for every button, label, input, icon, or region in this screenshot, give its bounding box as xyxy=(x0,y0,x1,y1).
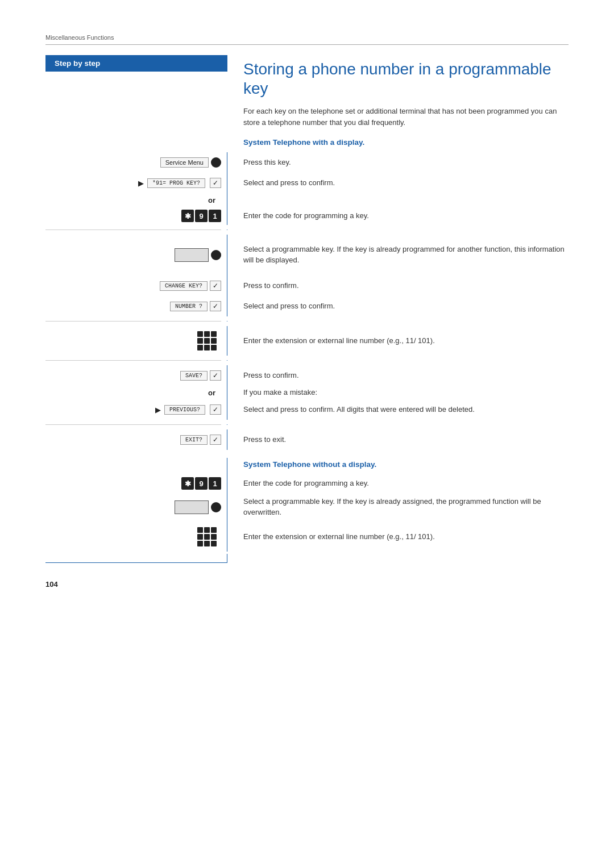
page-number: 104 xyxy=(45,580,569,589)
keypad-icon-1 xyxy=(197,331,217,350)
row-keypad-1: Enter the extension or external line num… xyxy=(45,326,569,356)
row-prog-key-left: ▶ *91= PROG KEY? ✓ xyxy=(45,173,227,193)
code-keys-instruction-1: Enter the code for programming a key. xyxy=(243,211,369,222)
key-star-1: ✱ xyxy=(181,210,194,222)
number-check: ✓ xyxy=(210,301,221,311)
row-keypad-1-right: Enter the extension or external line num… xyxy=(227,326,569,356)
row-code-keys-1-left: ✱ 9 1 xyxy=(45,207,227,225)
keypad-icon-2 xyxy=(197,527,217,546)
intro-text: For each key on the telephone set or add… xyxy=(243,106,569,128)
row-prog-key: ▶ *91= PROG KEY? ✓ Select and press to c… xyxy=(45,173,569,193)
row-number-left: NUMBER ? ✓ xyxy=(45,296,227,316)
row-code-keys-2-right: Enter the code for programming a key. xyxy=(227,474,569,493)
row-number: NUMBER ? ✓ Select and press to confirm. xyxy=(45,296,569,316)
service-menu-instruction: Press this key. xyxy=(243,157,291,168)
page-title: Storing a phone number in a programmable… xyxy=(243,60,569,98)
save-check: ✓ xyxy=(210,370,221,381)
change-key-check: ✓ xyxy=(210,281,221,291)
change-key-instruction: Press to confirm. xyxy=(243,281,299,291)
row-or-1-right xyxy=(227,193,569,207)
step-by-step-header: Step by step xyxy=(45,55,227,72)
prog-key-rect-circle xyxy=(211,250,221,260)
prog-key-instruction: Select and press to confirm. xyxy=(243,178,335,189)
row-keypad-2-left xyxy=(45,522,227,552)
or-instruction-2: If you make a mistake: xyxy=(243,387,317,398)
row-previous-left: ▶ PREVIOUS? ✓ xyxy=(45,399,227,420)
previous-arrow: ▶ xyxy=(155,406,161,414)
row-or-1-left: or xyxy=(45,193,227,207)
row-code-keys-2: ✱ 9 1 Enter the code for programming a k… xyxy=(45,474,569,493)
key-9-1: 9 xyxy=(195,210,208,222)
or-label-1: or xyxy=(208,196,221,205)
row-code-keys-1: ✱ 9 1 Enter the code for programming a k… xyxy=(45,207,569,225)
row-code-keys-1-right: Enter the code for programming a key. xyxy=(227,207,569,225)
prog-key-box: *91= PROG KEY? xyxy=(147,178,205,188)
row-keypad-2-right: Enter the extension or external line num… xyxy=(227,522,569,552)
page: Miscellaneous Functions Step by step Sto… xyxy=(0,0,614,868)
key-9-2: 9 xyxy=(195,477,208,490)
prog-key-check: ✓ xyxy=(210,178,221,188)
row-change-key: CHANGE KEY? ✓ Press to confirm. xyxy=(45,276,569,296)
save-instruction: Press to confirm. xyxy=(243,370,299,381)
row-or-2-right: If you make a mistake: xyxy=(227,386,569,399)
row-service-menu-left: Service Menu xyxy=(45,152,227,173)
row-prog-key-right: Select and press to confirm. xyxy=(227,173,569,193)
row-previous: ▶ PREVIOUS? ✓ Select and press to confir… xyxy=(45,399,569,420)
row-service-menu: Service Menu Press this key. xyxy=(45,152,569,173)
row-or-2-left: or xyxy=(45,386,227,399)
system-with-display-heading: System Telephone with a display. xyxy=(243,138,569,147)
keypad-instruction-2: Enter the extension or external line num… xyxy=(243,532,435,542)
service-menu-circle xyxy=(211,157,221,168)
row-change-key-left: CHANGE KEY? ✓ xyxy=(45,276,227,296)
row-prog-key-rect-2: Select a programmable key. If the key is… xyxy=(45,493,569,522)
key-star-2: ✱ xyxy=(181,477,194,490)
keypad-instruction-1: Enter the extension or external line num… xyxy=(243,336,435,347)
row-service-menu-right: Press this key. xyxy=(227,152,569,173)
row-previous-right: Select and press to confirm. All digits … xyxy=(227,399,569,420)
row-save-left: SAVE? ✓ xyxy=(45,365,227,386)
number-box: NUMBER ? xyxy=(170,302,208,311)
row-save-right: Press to confirm. xyxy=(227,365,569,386)
row-exit: EXIT? ✓ Press to exit. xyxy=(45,429,569,450)
key-1-1: 1 xyxy=(209,210,221,222)
row-number-right: Select and press to confirm. xyxy=(227,296,569,316)
previous-instruction: Select and press to confirm. All digits … xyxy=(243,404,475,415)
row-keypad-1-left xyxy=(45,326,227,356)
row-prog-key-rect-right: Select a programmable key. If the key is… xyxy=(227,235,569,276)
or-label-2: or xyxy=(208,389,221,397)
exit-box: EXIT? xyxy=(180,435,208,445)
programmable-key-rect xyxy=(175,248,209,262)
row-keypad-2: Enter the extension or external line num… xyxy=(45,522,569,552)
row-prog-key-rect-2-right: Select a programmable key. If the key is… xyxy=(227,493,569,522)
number-instruction: Select and press to confirm. xyxy=(243,301,335,312)
prog-key-rect-instruction: Select a programmable key. If the key is… xyxy=(243,244,569,266)
save-box: SAVE? xyxy=(180,371,208,381)
code-keys-instruction-2: Enter the code for programming a key. xyxy=(243,478,369,489)
row-or-2: or If you make a mistake: xyxy=(45,386,569,399)
system-without-display-heading: System Telephone without a display. xyxy=(243,460,569,469)
previous-check: ✓ xyxy=(210,404,221,415)
row-exit-left: EXIT? ✓ xyxy=(45,429,227,450)
service-menu-box: Service Menu xyxy=(160,157,209,168)
row-or-1: or xyxy=(45,193,569,207)
key-1-2: 1 xyxy=(209,477,221,490)
exit-check: ✓ xyxy=(210,435,221,445)
row-change-key-right: Press to confirm. xyxy=(227,276,569,296)
previous-box: PREVIOUS? xyxy=(164,405,205,415)
row-prog-key-rect: Select a programmable key. If the key is… xyxy=(45,235,569,276)
prog-key-rect-2-circle xyxy=(211,502,221,512)
row-prog-key-rect-2-left xyxy=(45,493,227,522)
prog-key-arrow: ▶ xyxy=(138,179,144,187)
section-label: Miscellaneous Functions xyxy=(45,34,569,45)
exit-instruction: Press to exit. xyxy=(243,435,286,445)
row-exit-right: Press to exit. xyxy=(227,429,569,450)
programmable-key-rect-2 xyxy=(175,500,209,514)
change-key-box: CHANGE KEY? xyxy=(160,281,208,291)
row-code-keys-2-left: ✱ 9 1 xyxy=(45,474,227,493)
row-prog-key-rect-left xyxy=(45,235,227,276)
prog-key-rect-2-instruction: Select a programmable key. If the key is… xyxy=(243,496,569,518)
row-save: SAVE? ✓ Press to confirm. xyxy=(45,365,569,386)
